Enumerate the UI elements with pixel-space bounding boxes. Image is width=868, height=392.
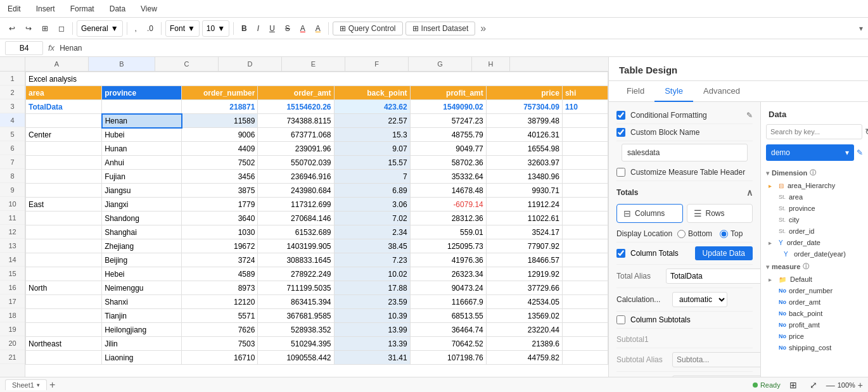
menu-view[interactable]: View bbox=[138, 3, 160, 15]
cell-r18-order-num[interactable]: 5571 bbox=[182, 309, 258, 323]
cell-r9-order-amt[interactable]: 243980.684 bbox=[258, 184, 334, 198]
cell-r17-order-num[interactable]: 12120 bbox=[182, 295, 258, 309]
eraser-button[interactable]: ◻ bbox=[54, 20, 68, 37]
sheet-tab-1[interactable]: Sheet1 ▾ bbox=[5, 379, 47, 390]
cell-r14-shi[interactable] bbox=[562, 253, 608, 267]
cell-r13-order-amt[interactable]: 1403199.905 bbox=[258, 239, 334, 253]
bg-color-button[interactable]: A bbox=[312, 20, 324, 37]
cell-r6-area[interactable] bbox=[26, 142, 102, 156]
cell-r7-order-num[interactable]: 7502 bbox=[182, 156, 258, 170]
menu-insert[interactable]: Insert bbox=[34, 3, 58, 15]
conditional-formatting-edit-icon[interactable]: ✎ bbox=[746, 111, 753, 120]
col-header-e[interactable]: E bbox=[282, 57, 345, 71]
redo-button[interactable]: ↪ bbox=[22, 20, 35, 37]
cell-r9-area[interactable] bbox=[26, 184, 102, 198]
cell-r18-order-amt[interactable]: 367681.9585 bbox=[258, 309, 334, 323]
cell-r11-order-amt[interactable]: 270684.146 bbox=[258, 212, 334, 225]
cell-r9-province[interactable]: Jiangsu bbox=[102, 184, 182, 198]
cell-r21-order-amt[interactable]: 1090558.442 bbox=[258, 351, 334, 365]
cell-r11-province[interactable]: Shandong bbox=[102, 212, 182, 225]
cell-r5-order-amt[interactable]: 673771.068 bbox=[258, 128, 334, 142]
cell-r18-back-point[interactable]: 10.39 bbox=[334, 309, 410, 323]
cell-r7-order-amt[interactable]: 550702.039 bbox=[258, 156, 334, 170]
menu-data[interactable]: Data bbox=[107, 3, 128, 15]
top-radio-label[interactable]: Top bbox=[720, 229, 743, 238]
cell-r13-order-num[interactable]: 19672 bbox=[182, 239, 258, 253]
cell-r18-shi[interactable] bbox=[562, 309, 608, 323]
save-button[interactable]: ⊞ bbox=[38, 20, 52, 37]
cell-r9-order-num[interactable]: 3875 bbox=[182, 184, 258, 198]
formula-input[interactable] bbox=[60, 41, 863, 55]
hdr-province[interactable]: province bbox=[102, 86, 182, 100]
col-header-a[interactable]: A bbox=[25, 57, 89, 71]
cell-r15-area[interactable] bbox=[26, 267, 102, 281]
cell-r21-shi[interactable] bbox=[562, 351, 608, 365]
tab-advanced[interactable]: Advanced bbox=[693, 81, 750, 102]
cell-r5-price[interactable]: 40126.31 bbox=[486, 128, 562, 142]
num1-button[interactable]: , bbox=[131, 20, 141, 37]
underline-button[interactable]: U bbox=[265, 20, 279, 37]
cell-r5-back-point[interactable]: 15.3 bbox=[334, 128, 410, 142]
cell-totaldata-order-num[interactable]: 218871 bbox=[182, 100, 258, 114]
cell-r16-price[interactable]: 37729.66 bbox=[486, 281, 562, 295]
cell-r13-shi[interactable] bbox=[562, 239, 608, 253]
cell-r4-price[interactable]: 38799.48 bbox=[486, 114, 562, 128]
cell-r20-order-num[interactable]: 7503 bbox=[182, 337, 258, 351]
cell-r4-order-amt[interactable]: 734388.8115 bbox=[258, 114, 334, 128]
cell-r6-province[interactable]: Hunan bbox=[102, 142, 182, 156]
cell-r20-province[interactable]: Jilin bbox=[102, 337, 182, 351]
cell-r21-area[interactable] bbox=[26, 351, 102, 365]
update-data-button[interactable]: Update Data bbox=[695, 246, 753, 260]
data-refresh-icon[interactable]: ↻ bbox=[865, 127, 868, 137]
conditional-formatting-checkbox[interactable] bbox=[616, 111, 625, 120]
measure-item-order-amt[interactable]: No order_amt bbox=[761, 296, 868, 308]
cell-r20-price[interactable]: 21389.6 bbox=[486, 337, 562, 351]
hdr-area[interactable]: area bbox=[26, 86, 102, 100]
dim-item-city[interactable]: St. city bbox=[761, 214, 868, 225]
col-header-h[interactable]: H bbox=[472, 57, 510, 71]
cell-r11-back-point[interactable]: 7.02 bbox=[334, 212, 410, 225]
cell-r5-order-num[interactable]: 9006 bbox=[182, 128, 258, 142]
cell-r10-order-num[interactable]: 1779 bbox=[182, 198, 258, 212]
cell-r16-profit[interactable]: 90473.24 bbox=[410, 281, 486, 295]
cell-r10-order-amt[interactable]: 117312.699 bbox=[258, 198, 334, 212]
cell-r4-order-num[interactable]: 11589 bbox=[182, 114, 258, 128]
dimension-expand-icon[interactable]: ▾ bbox=[766, 170, 769, 177]
strikethrough-button[interactable]: S bbox=[281, 20, 294, 37]
num2-button[interactable]: .0 bbox=[143, 20, 157, 37]
cell-r21-price[interactable]: 44759.82 bbox=[486, 351, 562, 365]
calculation-select[interactable]: automatic bbox=[672, 292, 727, 307]
dim-item-province[interactable]: St. province bbox=[761, 203, 868, 214]
cell-r18-profit[interactable]: 68513.55 bbox=[410, 309, 486, 323]
cell-totaldata-province[interactable] bbox=[102, 100, 182, 114]
cell-r19-province[interactable]: Heilongjiang bbox=[102, 323, 182, 337]
cell-r11-profit[interactable]: 28312.36 bbox=[410, 212, 486, 225]
column-subtotals-checkbox[interactable] bbox=[616, 315, 625, 324]
cell-r21-back-point[interactable]: 31.41 bbox=[334, 351, 410, 365]
cell-r9-back-point[interactable]: 6.89 bbox=[334, 184, 410, 198]
cell-r11-area[interactable] bbox=[26, 212, 102, 225]
cell-r9-profit[interactable]: 14678.48 bbox=[410, 184, 486, 198]
cell-r13-profit[interactable]: 125095.73 bbox=[410, 239, 486, 253]
expand-button[interactable]: ⤢ bbox=[806, 377, 821, 393]
cell-r15-price[interactable]: 12919.92 bbox=[486, 267, 562, 281]
zoom-plus-button[interactable]: + bbox=[858, 380, 863, 390]
cell-r9-shi[interactable] bbox=[562, 184, 608, 198]
cell-r10-area[interactable]: East bbox=[26, 198, 102, 212]
cell-r8-order-num[interactable]: 3456 bbox=[182, 170, 258, 184]
cell-r4-profit[interactable]: 57247.23 bbox=[410, 114, 486, 128]
cell-r4-province[interactable]: Henan bbox=[102, 114, 182, 128]
font-dropdown[interactable]: Font ▼ bbox=[165, 20, 200, 37]
cell-r17-profit[interactable]: 116667.9 bbox=[410, 295, 486, 309]
cell-r16-province[interactable]: Neimenggu bbox=[102, 281, 182, 295]
cell-r19-order-num[interactable]: 7626 bbox=[182, 323, 258, 337]
cell-r16-order-amt[interactable]: 711199.5035 bbox=[258, 281, 334, 295]
cell-r15-profit[interactable]: 26323.34 bbox=[410, 267, 486, 281]
cell-r7-province[interactable]: Anhui bbox=[102, 156, 182, 170]
format-dropdown[interactable]: General ▼ bbox=[77, 20, 123, 37]
cell-r6-profit[interactable]: 9049.77 bbox=[410, 142, 486, 156]
cell-r18-province[interactable]: Tianjin bbox=[102, 309, 182, 323]
measure-item-shipping-cost[interactable]: No shipping_cost bbox=[761, 342, 868, 353]
cell-r10-price[interactable]: 11912.24 bbox=[486, 198, 562, 212]
cell-r19-order-amt[interactable]: 528938.352 bbox=[258, 323, 334, 337]
